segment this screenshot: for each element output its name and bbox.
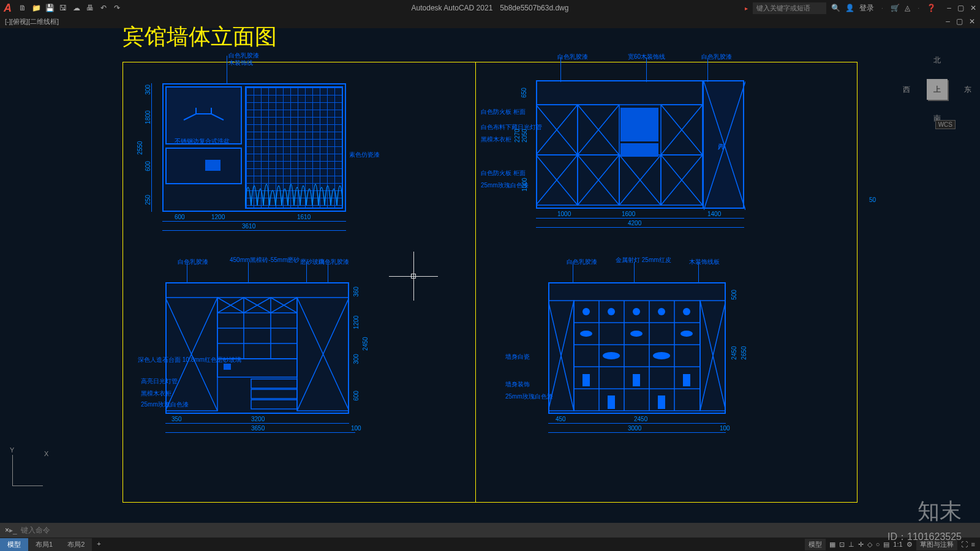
shelf-grid xyxy=(548,282,726,414)
titlebar: A 🗎 📁 💾 🖫 ☁ 🖶 ↶ ↷ Autodesk AutoCAD 2021 … xyxy=(0,0,980,16)
callout: 墙身白瓷 xyxy=(505,353,530,361)
leader xyxy=(573,262,573,283)
file-name: 5b8de5507b63d.dwg xyxy=(500,4,568,12)
dim-value: 3200 xyxy=(251,416,265,422)
dim-value: 1600 xyxy=(622,211,635,217)
svg-rect-42 xyxy=(633,374,640,386)
callout: 深色人造石台面 10.8mm红色磨砂玻璃 xyxy=(138,356,241,364)
dim-value: 250 xyxy=(145,195,151,205)
viewcube[interactable]: 上 北 南 东 西 xyxy=(913,65,962,114)
command-input[interactable] xyxy=(21,526,975,534)
wcs-badge[interactable]: WCS xyxy=(935,120,956,129)
viewcube-face[interactable]: 上 xyxy=(927,79,948,100)
viewcube-west[interactable]: 西 xyxy=(903,84,910,95)
dim-value: 2450 xyxy=(362,337,369,350)
osnap-icon[interactable]: ○ xyxy=(876,541,880,548)
share-icon[interactable]: ◬ xyxy=(905,4,910,12)
elevation-3: 白色乳胶漆 450mm黑檀砖-55mm磨砂 磨砂玻璃 白色乳胶漆 深色人造石台面… xyxy=(144,273,371,451)
login-link[interactable]: 登录 xyxy=(859,3,874,13)
iso-icon[interactable]: ◇ xyxy=(867,541,872,549)
tab-layout1[interactable]: 布局1 xyxy=(28,538,60,551)
snap-icon[interactable]: ⊡ xyxy=(839,541,845,549)
grid-icon[interactable]: ▦ xyxy=(829,541,835,549)
open-icon[interactable]: 📁 xyxy=(31,3,41,13)
drawing-area[interactable]: 宾馆墙体立面图 白色乳胶漆 木装饰线 不锈钢边复合式洗盆 素色仿瓷漆 600 1… xyxy=(0,28,980,523)
doc-close-icon[interactable]: ✕ xyxy=(969,17,975,27)
dim-value: 450 xyxy=(556,416,566,422)
ucs-x-label: X xyxy=(44,450,48,457)
leader xyxy=(634,262,635,283)
callout: 白色乳胶漆 xyxy=(178,258,208,266)
search-icon[interactable]: 🔍 xyxy=(831,4,840,12)
svg-point-31 xyxy=(582,308,590,315)
dim-value: 600 xyxy=(353,391,360,401)
quick-access-toolbar: 🗎 📁 💾 🖫 ☁ 🖶 ↶ ↷ xyxy=(18,3,122,13)
callout: 白色布料下藏日光灯管 xyxy=(481,123,542,132)
svg-point-32 xyxy=(608,308,615,315)
dim-h xyxy=(162,230,346,231)
tab-model[interactable]: 模型 xyxy=(0,538,28,551)
doc-minimize-icon[interactable]: – xyxy=(946,17,950,27)
close-icon[interactable]: ✕ xyxy=(970,4,976,12)
doc-window-controls: – ▢ ✕ xyxy=(946,17,975,27)
dim-h xyxy=(548,423,726,424)
dim-value: 600 xyxy=(175,214,185,220)
redo-icon[interactable]: ↷ xyxy=(112,3,122,13)
minimize-icon[interactable]: – xyxy=(947,4,951,12)
view-mode-label[interactable]: [-][俯视][二维线框] xyxy=(5,17,59,27)
elevation-2: 白色乳胶漆 宽60木装饰线 白色乳胶漆 入户门 白色防火板 柜面 白色布料 xyxy=(487,71,756,242)
model-toggle[interactable]: 模型 xyxy=(805,539,826,550)
ortho-icon[interactable]: ⊥ xyxy=(848,541,854,549)
viewcube-east[interactable]: 东 xyxy=(964,84,971,95)
svg-rect-7 xyxy=(536,80,703,105)
user-icon[interactable]: 👤 xyxy=(845,4,854,12)
wave-pattern xyxy=(245,157,343,209)
notice-dot-icon: ▸ xyxy=(745,5,748,12)
viewcube-north[interactable]: 北 xyxy=(933,55,941,66)
svg-rect-19 xyxy=(251,400,297,409)
callout: 黑檀木衣柜 xyxy=(481,135,511,144)
svg-rect-44 xyxy=(608,395,615,409)
statusbar: 模型 布局1 布局2 + 模型 ▦ ⊡ ⊥ ✛ ◇ ○ ▤ 1:1 ⚙ 草图与注… xyxy=(0,538,980,551)
dim-value: 360 xyxy=(353,287,360,297)
cart-icon[interactable]: 🛒 xyxy=(891,4,900,12)
svg-rect-43 xyxy=(683,374,690,386)
callout: 450mm黑檀砖-55mm磨砂 xyxy=(230,256,300,264)
maximize-icon[interactable]: ▢ xyxy=(957,4,964,12)
window-controls: – ▢ ✕ xyxy=(947,4,976,12)
cmd-close-icon[interactable]: × xyxy=(5,526,9,534)
search-input[interactable]: 键入关键字或短语 xyxy=(753,2,826,14)
elevation-4: 白色乳胶漆 金属射灯 25mm红皮 木装饰线板 xyxy=(487,273,756,451)
dim-h xyxy=(165,432,355,433)
tab-add-button[interactable]: + xyxy=(92,538,105,551)
cabinet-fill xyxy=(620,108,658,141)
polar-icon[interactable]: ✛ xyxy=(858,541,864,549)
doc-maximize-icon[interactable]: ▢ xyxy=(956,17,963,27)
tab-layout2[interactable]: 布局2 xyxy=(60,538,92,551)
dim-value: 3650 xyxy=(251,425,265,432)
menu-icon[interactable]: ≡ xyxy=(971,541,975,548)
dim-value: 1610 xyxy=(297,214,311,220)
help-icon[interactable]: ❓ xyxy=(927,4,936,12)
svg-point-33 xyxy=(633,308,640,315)
saveas-icon[interactable]: 🖫 xyxy=(58,3,68,13)
new-icon[interactable]: 🗎 xyxy=(18,3,28,13)
counter xyxy=(165,148,242,184)
plot-icon[interactable]: 🖶 xyxy=(85,3,95,13)
dim-value: 100 xyxy=(351,425,361,432)
undo-icon[interactable]: ↶ xyxy=(99,3,108,13)
callout: 白色乳胶漆 xyxy=(567,258,597,266)
dim-value: 2050 xyxy=(521,129,528,142)
door xyxy=(703,80,744,209)
svg-point-37 xyxy=(630,331,643,337)
dim-value: 2550 xyxy=(137,141,143,154)
frame-divider xyxy=(475,62,476,502)
callout: 木装饰线板 xyxy=(689,258,720,266)
fullscreen-icon[interactable]: ⛶ xyxy=(961,541,968,548)
app-name: Autodesk AutoCAD 2021 xyxy=(412,4,493,12)
command-line[interactable]: × ▸_ xyxy=(0,523,980,538)
cloud-icon[interactable]: ☁ xyxy=(72,3,81,13)
dim-value: 300 xyxy=(353,354,360,364)
dim-value: 600 xyxy=(145,161,151,171)
save-icon[interactable]: 💾 xyxy=(45,3,55,13)
